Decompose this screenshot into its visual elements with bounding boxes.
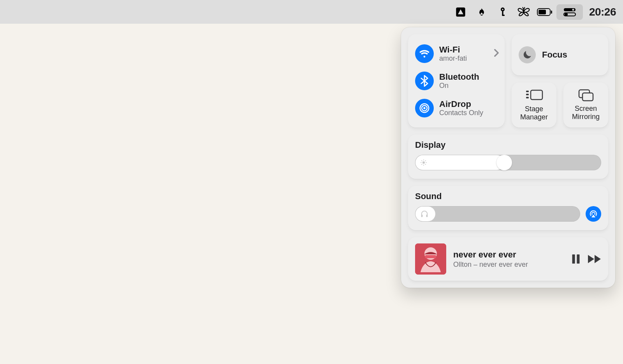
svg-point-11	[565, 13, 568, 16]
audio-output-button[interactable]	[586, 206, 601, 222]
menubar-clock[interactable]: 20:26	[585, 6, 616, 18]
screen-mirroring-icon	[578, 89, 594, 102]
display-slider[interactable]	[415, 155, 601, 170]
flame-icon[interactable]	[472, 4, 491, 20]
chevron-right-icon[interactable]	[494, 49, 499, 59]
battery-icon[interactable]	[535, 4, 554, 20]
svg-rect-18	[526, 97, 529, 98]
next-track-button[interactable]	[588, 255, 601, 263]
svg-rect-22	[421, 215, 423, 217]
display-tile: Display	[408, 135, 608, 179]
control-center-panel: Wi-Fi amor-fati Bluetooth On AirDrop Con…	[401, 27, 615, 288]
airdrop-item[interactable]: AirDrop Contacts Only	[412, 96, 501, 121]
svg-rect-23	[426, 215, 428, 217]
airplay-audio-icon	[589, 209, 598, 219]
svg-rect-16	[526, 91, 529, 92]
menubar: 20:26	[0, 0, 623, 24]
key-icon[interactable]	[493, 4, 512, 20]
svg-point-9	[572, 9, 574, 10]
svg-rect-7	[551, 10, 552, 14]
focus-label: Focus	[542, 50, 567, 60]
bluetooth-status: On	[439, 82, 479, 90]
wifi-status: amor-fati	[439, 54, 467, 63]
wifi-icon	[415, 44, 434, 63]
svg-rect-6	[539, 10, 546, 14]
svg-rect-27	[572, 254, 575, 264]
display-slider-thumb[interactable]	[496, 155, 512, 170]
connectivity-tile: Wi-Fi amor-fati Bluetooth On AirDrop Con…	[408, 34, 505, 128]
pause-button[interactable]	[572, 254, 580, 264]
svg-rect-28	[577, 254, 579, 264]
brightness-icon	[420, 159, 427, 166]
display-label: Display	[415, 140, 601, 150]
album-art	[415, 243, 446, 275]
airdrop-icon	[415, 99, 434, 117]
svg-point-21	[422, 161, 425, 164]
headphones-icon	[420, 210, 429, 218]
svg-rect-15	[531, 90, 542, 100]
butterfly-icon[interactable]	[514, 4, 533, 20]
svg-point-12	[423, 107, 426, 109]
sound-tile: Sound	[408, 186, 608, 230]
menubar-abstract-icon[interactable]	[451, 4, 470, 20]
wifi-item[interactable]: Wi-Fi amor-fati	[412, 41, 501, 66]
media-title: never ever ever	[453, 249, 565, 260]
sound-label: Sound	[415, 191, 601, 201]
bluetooth-label: Bluetooth	[439, 72, 479, 82]
bluetooth-item[interactable]: Bluetooth On	[412, 68, 501, 93]
now-playing-tile[interactable]: never ever ever Ollton – never ever ever	[408, 237, 608, 281]
screen-mirroring-label: Screen Mirroring	[572, 105, 600, 121]
svg-rect-17	[526, 94, 529, 95]
stage-manager-label: Stage Manager	[520, 105, 548, 121]
stage-manager-tile[interactable]: Stage Manager	[512, 82, 556, 128]
stage-manager-icon	[525, 89, 543, 102]
airdrop-label: AirDrop	[439, 99, 483, 109]
screen-mirroring-tile[interactable]: Screen Mirroring	[563, 82, 608, 128]
svg-rect-26	[425, 255, 436, 258]
sound-slider[interactable]	[415, 206, 580, 222]
svg-rect-20	[583, 93, 593, 101]
moon-icon	[519, 46, 536, 63]
svg-point-2	[502, 9, 503, 10]
svg-rect-4	[502, 14, 505, 16]
bluetooth-icon	[415, 72, 434, 90]
airdrop-status: Contacts Only	[439, 109, 483, 117]
media-subtitle: Ollton – never ever ever	[453, 260, 565, 269]
focus-tile[interactable]: Focus	[512, 34, 608, 75]
wifi-label: Wi-Fi	[439, 45, 467, 54]
control-center-icon[interactable]	[556, 4, 583, 20]
